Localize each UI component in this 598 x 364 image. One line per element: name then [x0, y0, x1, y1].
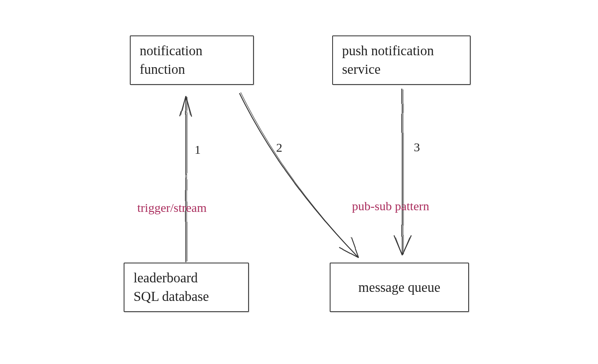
annotation-pubsub: pub-sub pattern	[352, 199, 429, 213]
node-text: service	[342, 62, 380, 77]
node-text: function	[140, 62, 185, 77]
node-push-notification-service: push notification service	[332, 35, 471, 85]
node-leaderboard-db: leaderboard SQL database	[124, 263, 249, 312]
node-notification-function: notification function	[130, 35, 254, 85]
edges-layer	[0, 0, 598, 364]
edge-1	[180, 96, 191, 262]
edge-3	[394, 89, 411, 255]
node-text: push notification	[342, 43, 434, 58]
node-text: SQL database	[134, 289, 209, 304]
edge-label-3: 3	[414, 140, 420, 154]
edge-label-2: 2	[276, 141, 282, 155]
node-text: notification	[140, 43, 202, 58]
edge-label-1: 1	[195, 143, 201, 157]
node-text: message queue	[359, 278, 441, 297]
annotation-trigger-stream: trigger/stream	[137, 201, 206, 215]
node-text: leaderboard	[134, 270, 198, 285]
node-message-queue: message queue	[330, 263, 469, 312]
edge-2	[239, 92, 359, 258]
